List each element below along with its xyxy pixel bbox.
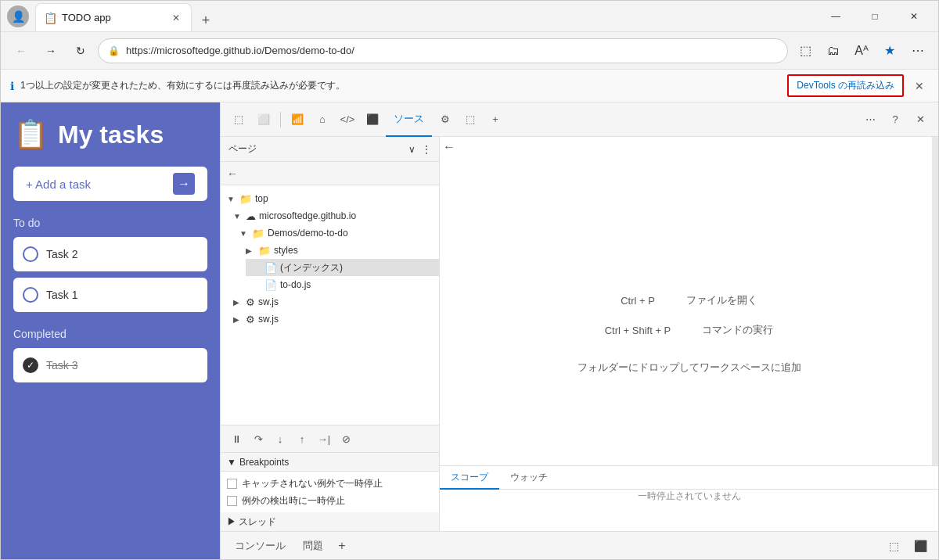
notification-close-button[interactable]: ✕ <box>910 77 929 95</box>
wifi-icon[interactable]: 📶 <box>286 108 309 131</box>
tree-item-sw1[interactable]: ▶ ⚙ sw.js <box>227 293 439 311</box>
forward-button[interactable]: → <box>38 38 63 63</box>
more-tools-icon[interactable]: + <box>484 108 507 131</box>
browser-tab[interactable]: 📋 TODO app ✕ <box>35 3 192 31</box>
breakpoint-item-2: 例外の検出時に一時停止 <box>227 492 433 509</box>
breakpoint-checkbox-1[interactable] <box>227 479 237 489</box>
task-item-task2[interactable]: Task 2 <box>13 237 207 271</box>
breakpoints-section: ▼ Breakpoints キャッチされない例外で一時停止 例外の検出時に一時停… <box>221 453 439 512</box>
step-next-button[interactable]: →| <box>315 429 333 448</box>
step-out-button[interactable]: ↑ <box>293 429 311 448</box>
tree-label-index: (インデックス) <box>280 261 343 275</box>
sources-back-button[interactable]: ← <box>227 167 238 180</box>
completed-section-label: Completed <box>13 328 207 340</box>
browser-window: 👤 📋 TODO app ✕ + — □ ✕ ← → ↻ 🔒 https://m… <box>0 0 939 560</box>
tree-item-todo-js[interactable]: 📄 to-do.js <box>246 276 439 293</box>
file-icon-index: 📄 <box>264 262 277 274</box>
inspect-element-button[interactable]: ⬚ <box>227 108 250 131</box>
tree-item-sw2[interactable]: ▶ ⚙ sw.js <box>227 311 439 328</box>
tree-label-microsoftedge: microsoftedge.github.io <box>259 210 356 221</box>
todo-app-title: My tasks <box>58 120 164 149</box>
add-task-button[interactable]: + Add a task → <box>13 167 207 201</box>
devtools-panel: ⬚ ⬜ 📶 ⌂ </> ⬛ ソース ⚙ ⬚ + ⋯ ? ✕ <box>220 102 938 559</box>
tab-close-button[interactable]: ✕ <box>169 11 183 25</box>
tree-item-microsoftedge[interactable]: ▼ ☁ microsoftedge.github.io <box>227 207 439 224</box>
tree-item-styles[interactable]: ▶ 📁 styles <box>239 242 439 259</box>
task-label-task1: Task 1 <box>46 289 77 301</box>
add-console-tab-button[interactable]: + <box>333 537 351 555</box>
minimize-button[interactable]: — <box>818 5 854 28</box>
tree-arrow-sw2: ▶ <box>233 315 243 324</box>
tree-item-demos[interactable]: ▼ 📁 Demos/demo-to-do <box>233 224 439 242</box>
collections-icon[interactable]: 🗂 <box>821 38 846 63</box>
scope-tab[interactable]: スコープ <box>440 466 499 490</box>
task-circle-task2 <box>23 246 38 262</box>
memory-icon[interactable]: ⬚ <box>459 108 482 131</box>
close-button[interactable]: ✕ <box>896 5 932 28</box>
console-tab[interactable]: コンソール <box>227 532 293 560</box>
tab-sources[interactable]: ソース <box>386 102 432 137</box>
undock-button[interactable]: ⬛ <box>908 534 932 558</box>
todo-section-label: To do <box>13 217 207 229</box>
back-button[interactable]: ← <box>9 38 34 63</box>
tree-arrow-top: ▼ <box>227 195 236 203</box>
device-emulation-button[interactable]: ⬜ <box>252 108 275 131</box>
sources-left-header: ページ ∨ ⋮ <box>221 137 439 162</box>
tree-label-styles: styles <box>274 245 298 256</box>
task-item-task3[interactable]: ✓ Task 3 <box>13 348 207 382</box>
editor-back-button[interactable]: ← <box>443 140 455 153</box>
breakpoints-items: キャッチされない例外で一時停止 例外の検出時に一時停止 <box>221 472 439 512</box>
refresh-button[interactable]: ↻ <box>68 38 93 63</box>
tab-sources-label: ソース <box>394 112 424 126</box>
customize-devtools-button[interactable]: ⋯ <box>858 108 882 131</box>
devtools-help-button[interactable]: ? <box>883 108 907 131</box>
watch-tab[interactable]: ウォッチ <box>499 466 559 490</box>
dock-side-button[interactable]: ⬚ <box>882 534 905 558</box>
center-scrollbar[interactable] <box>932 137 938 503</box>
task-item-task1[interactable]: Task 1 <box>13 278 207 312</box>
sources-header-more-icon[interactable]: ⋮ <box>422 144 431 155</box>
tree-arrow-demos: ▼ <box>239 229 249 238</box>
new-tab-button[interactable]: + <box>195 9 217 31</box>
console-actions: ⬚ ⬛ <box>882 534 932 558</box>
step-over-button[interactable]: ↷ <box>249 429 268 448</box>
tree-label-todo-js: to-do.js <box>280 279 311 290</box>
tree-item-top[interactable]: ▼ 📁 top <box>221 190 439 207</box>
info-icon: ℹ <box>10 80 14 92</box>
shortcut-key-command: Ctrl + Shift + P <box>605 325 671 336</box>
tree-item-index[interactable]: 📄 (インデックス) <box>246 259 439 276</box>
code-icon[interactable]: </> <box>336 108 359 131</box>
snippet-icon[interactable]: ⬛ <box>361 108 384 131</box>
task-label-task3: Task 3 <box>46 359 77 372</box>
maximize-button[interactable]: □ <box>857 5 893 28</box>
step-into-button[interactable]: ↓ <box>271 429 290 448</box>
split-screen-icon[interactable]: ⬚ <box>793 38 818 63</box>
favorites-icon[interactable]: ★ <box>877 38 902 63</box>
profile-icon[interactable]: 👤 <box>7 5 29 27</box>
sources-tab-icon[interactable]: ⚙ <box>434 108 457 131</box>
task-label-task2: Task 2 <box>46 248 77 260</box>
threads-header[interactable]: ▶ スレッド <box>221 512 439 531</box>
breakpoint-checkbox-2[interactable] <box>227 496 237 506</box>
problems-tab[interactable]: 問題 <box>295 532 331 560</box>
main-content: 📋 My tasks + Add a task → To do Task 2 T… <box>1 102 938 559</box>
pause-button[interactable]: ⏸ <box>227 429 246 448</box>
close-devtools-button[interactable]: ✕ <box>908 108 932 131</box>
devtools-reload-button[interactable]: DevTools の再読み込み <box>787 74 904 97</box>
read-aloud-icon[interactable]: Aᴬ <box>849 38 874 63</box>
more-menu-icon[interactable]: ⋯ <box>905 38 930 63</box>
notification-message: 1つ以上の設定が変更されたため、有効にするには再度読み込みが必要です。 <box>20 79 781 92</box>
folder-icon-styles: 📁 <box>258 245 271 257</box>
url-bar[interactable]: 🔒 https://microsoftedge.github.io/Demos/… <box>98 38 788 63</box>
folder-icon-demos: 📁 <box>252 228 264 239</box>
breakpoints-title: Breakpoints <box>239 457 289 468</box>
deactivate-breakpoints-button[interactable]: ⊘ <box>336 429 355 448</box>
sources-shortcuts: Ctrl + P ファイルを開く Ctrl + Shift + P コマンドの実… <box>577 293 801 375</box>
tree-label-sw2: sw.js <box>258 314 279 325</box>
sources-header-collapse-icon[interactable]: ∨ <box>408 144 416 155</box>
breakpoints-header[interactable]: ▼ Breakpoints <box>221 453 439 472</box>
home-icon[interactable]: ⌂ <box>311 108 334 131</box>
console-bar: コンソール 問題 + ⬚ ⬛ <box>221 531 938 559</box>
tree-arrow-styles: ▶ <box>246 246 255 255</box>
scope-watch-area: スコープ ウォッチ 一時停止されていません <box>440 465 938 503</box>
